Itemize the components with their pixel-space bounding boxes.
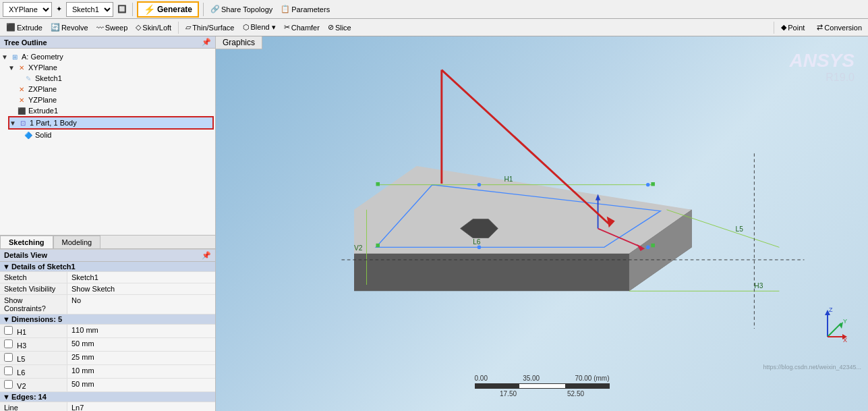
geometry-icon: ⊞ bbox=[9, 52, 20, 61]
chamfer-icon: ✂ bbox=[284, 23, 290, 32]
skin-loft-button[interactable]: ◇ Skin/Loft bbox=[132, 22, 175, 33]
edges-section-label: Edges: 14 bbox=[11, 393, 47, 401]
v2-label: V2 bbox=[354, 244, 363, 252]
details-header: Details View 📌 bbox=[0, 250, 215, 262]
scale-val-70: 70.00 (mm) bbox=[575, 375, 609, 382]
corner-bl bbox=[376, 244, 380, 248]
tab-modeling[interactable]: Modeling bbox=[53, 236, 101, 248]
tree-item-yzplane[interactable]: ✕ YZPlane bbox=[8, 94, 214, 105]
tree-outline: Tree Outline 📌 ▼ ⊞ A: Geometry ▼ ✕ XYPla… bbox=[0, 36, 215, 235]
l6-label: L6 bbox=[473, 238, 481, 246]
yzplane-label: YZPlane bbox=[28, 96, 57, 104]
scale-val-0: 0.00 bbox=[475, 375, 488, 382]
yzplane-icon: ✕ bbox=[16, 95, 27, 105]
sketch1-label: Sketch1 bbox=[35, 74, 62, 82]
scale-bar-visual bbox=[475, 383, 610, 389]
extrude-button[interactable]: ⬛ Extrude bbox=[3, 22, 46, 33]
detail-value-l6: 10 mm bbox=[67, 365, 215, 378]
url-watermark: https://blog.csdn.net/weixin_42345... bbox=[763, 364, 861, 371]
detail-value-constraints: No bbox=[67, 295, 215, 314]
tree-content: ▼ ⊞ A: Geometry ▼ ✕ XYPlane ✎ Sketch1 bbox=[0, 49, 215, 143]
plane-select[interactable]: XYPlane bbox=[3, 2, 52, 17]
tree-item-extrude1[interactable]: ⬛ Extrude1 bbox=[8, 105, 214, 116]
corner-br bbox=[651, 244, 655, 248]
share-topology-label: Share Topology bbox=[221, 5, 272, 13]
solid-label: Solid bbox=[35, 131, 51, 139]
zxplane-label: ZXPlane bbox=[28, 85, 57, 93]
details-section-edges: ▼ Edges: 14 bbox=[0, 392, 215, 402]
blend-icon: ⬡ bbox=[243, 23, 250, 32]
params-icon: 📋 bbox=[281, 5, 290, 13]
share-topology-button[interactable]: 🔗 Share Topology bbox=[208, 4, 275, 14]
details-section-sketch: ▼ Details of Sketch1 bbox=[0, 262, 215, 272]
detail-label-ln7: Line bbox=[0, 402, 67, 411]
thin-icon: ▱ bbox=[185, 23, 191, 32]
detail-label-sketch: Sketch bbox=[0, 272, 67, 283]
details-section-dimensions: ▼ Dimensions: 5 bbox=[0, 314, 215, 325]
dot-2 bbox=[646, 183, 650, 187]
slice-button[interactable]: ⊘ Slice bbox=[324, 22, 355, 33]
revolve-button[interactable]: 🔄 Revolve bbox=[47, 22, 92, 33]
blend-button[interactable]: ⬡ Blend ▾ bbox=[239, 22, 279, 33]
detail-value-h3: 50 mm bbox=[67, 338, 215, 351]
tree-item-geometry[interactable]: ▼ ⊞ A: Geometry bbox=[1, 51, 214, 62]
details-view: Details View 📌 ▼ Details of Sketch1 Sket… bbox=[0, 249, 215, 411]
scale-val-17: 17.50 bbox=[500, 390, 517, 398]
sweep-button[interactable]: 〰 Sweep bbox=[93, 22, 132, 33]
share-icon: 🔗 bbox=[210, 5, 220, 13]
xyplane-label: XYPlane bbox=[28, 63, 57, 72]
tree-item-solid[interactable]: 🔷 Solid bbox=[15, 130, 214, 140]
box-top-face bbox=[354, 166, 692, 254]
detail-label-l6: L6 bbox=[0, 365, 67, 378]
generate-button[interactable]: ⚡ Generate bbox=[137, 1, 199, 18]
solid-icon: 🔷 bbox=[23, 130, 34, 140]
detail-label-h1: H1 bbox=[0, 325, 67, 337]
point-icon: ◆ bbox=[781, 23, 786, 32]
sketch1-icon: ✎ bbox=[23, 74, 34, 83]
toolbar-top: XYPlane ✦ Sketch1 🔲 ⚡ Generate 🔗 Share T… bbox=[0, 0, 868, 19]
graphics-area[interactable]: Graphics ANSYS R19.0 bbox=[216, 36, 868, 411]
extrude1-icon: ⬛ bbox=[16, 106, 27, 115]
tree-item-part-body[interactable]: ▼ ⊡ 1 Part, 1 Body bbox=[8, 116, 214, 130]
tab-sketching[interactable]: Sketching bbox=[0, 236, 53, 248]
tree-item-xyplane[interactable]: ▼ ✕ XYPlane bbox=[8, 62, 214, 73]
chamfer-button[interactable]: ✂ Chamfer bbox=[281, 22, 323, 33]
details-section-label: Details of Sketch1 bbox=[11, 263, 76, 271]
left-panel: Tree Outline 📌 ▼ ⊞ A: Geometry ▼ ✕ XYPla… bbox=[0, 36, 216, 411]
detail-value-h1: 110 mm bbox=[67, 325, 215, 337]
xyplane-icon: ✕ bbox=[16, 63, 27, 72]
dot-1 bbox=[478, 183, 482, 187]
point-button[interactable]: ◆ Point bbox=[778, 22, 808, 33]
tree-pin-icon: 📌 bbox=[202, 38, 211, 47]
tree-item-sketch1[interactable]: ✎ Sketch1 bbox=[15, 73, 214, 84]
detail-label-visibility: Sketch Visibility bbox=[0, 283, 67, 294]
slice-icon: ⊘ bbox=[328, 23, 334, 32]
detail-value-visibility: Show Sketch bbox=[67, 283, 215, 294]
lightning-icon: ⚡ bbox=[144, 4, 155, 15]
dimensions-section-label: Dimensions: 5 bbox=[11, 315, 62, 323]
h3-label: H3 bbox=[754, 282, 763, 290]
parameters-button[interactable]: 📋 Parameters bbox=[278, 4, 332, 14]
3d-model: H1 H3 L5 L6 V2 bbox=[229, 53, 848, 354]
conversion-button[interactable]: ⇄ Conversion bbox=[813, 22, 865, 33]
chevron-down-icon: ▼ bbox=[3, 263, 10, 271]
corner-tr bbox=[651, 182, 655, 186]
details-pin-icon: 📌 bbox=[202, 251, 211, 260]
corner-tl bbox=[376, 182, 380, 186]
thin-surface-button[interactable]: ▱ Thin/Surface bbox=[182, 22, 237, 33]
bottom-tabs: Sketching Modeling bbox=[0, 235, 215, 249]
tree-item-zxplane[interactable]: ✕ ZXPlane bbox=[8, 84, 214, 94]
skin-icon: ◇ bbox=[136, 23, 141, 32]
part-body-label: 1 Part, 1 Body bbox=[30, 119, 77, 127]
detail-value-sketch: Sketch1 bbox=[67, 272, 215, 283]
tree-header: Tree Outline 📌 bbox=[0, 36, 215, 49]
detail-row-l5: L5 25 mm bbox=[0, 352, 215, 365]
sketch-select[interactable]: Sketch1 bbox=[66, 2, 113, 17]
dot-3 bbox=[478, 246, 482, 250]
svg-line-3 bbox=[828, 323, 841, 337]
scale-numbers-bottom: 17.50 52.50 bbox=[475, 390, 610, 398]
generate-label: Generate bbox=[157, 5, 192, 14]
scale-val-52: 52.50 bbox=[567, 390, 584, 398]
dot-4 bbox=[646, 246, 650, 250]
detail-label-l5: L5 bbox=[0, 352, 67, 364]
